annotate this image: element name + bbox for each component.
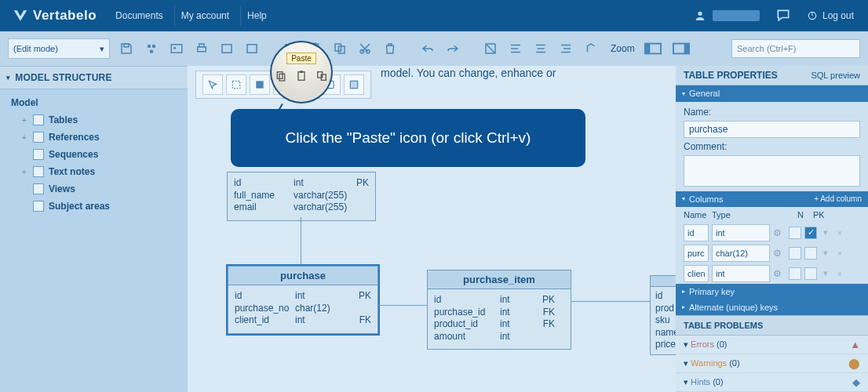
nullable-checkbox[interactable] bbox=[789, 227, 801, 239]
tree-subjectareas[interactable]: Subject areas bbox=[0, 198, 188, 215]
gear-icon[interactable]: ⚙ bbox=[773, 268, 786, 279]
marquee-tool-icon[interactable] bbox=[226, 74, 246, 95]
col-name: prod bbox=[655, 303, 674, 315]
autolayout-icon[interactable] bbox=[582, 40, 600, 57]
brand[interactable]: Vertabelo bbox=[0, 8, 109, 24]
table-purchase[interactable]: purchase idintPK purchase_nochar(12) cli… bbox=[228, 266, 378, 334]
primary-key-label: Primary key bbox=[689, 287, 735, 296]
tree-references[interactable]: +References bbox=[0, 129, 188, 146]
print-icon[interactable] bbox=[193, 40, 210, 57]
search-input[interactable]: Search (Ctrl+F) bbox=[731, 39, 860, 58]
share-icon[interactable] bbox=[143, 40, 160, 57]
xml-icon[interactable] bbox=[243, 40, 261, 57]
col-name: purchase_id bbox=[434, 307, 497, 319]
tree-tables-label: Tables bbox=[49, 114, 78, 125]
column-name-input[interactable]: purc bbox=[684, 245, 709, 262]
redo-icon[interactable] bbox=[444, 40, 461, 57]
textnotes-icon bbox=[33, 166, 44, 177]
column-name: purc bbox=[687, 249, 704, 258]
caret-icon: ▾ bbox=[684, 358, 691, 368]
name-value: purchase bbox=[689, 124, 728, 135]
collapse-icon: ▾ bbox=[6, 74, 10, 82]
expand-icon: ▸ bbox=[682, 288, 685, 295]
column-name-input[interactable]: id bbox=[684, 224, 709, 241]
model-structure-header[interactable]: ▾ MODEL STRUCTURE bbox=[0, 66, 188, 89]
align-left-icon[interactable] bbox=[507, 40, 524, 57]
align-right-icon[interactable] bbox=[557, 40, 574, 57]
section-columns[interactable]: ▾Columns+ Add column bbox=[676, 191, 868, 207]
column-type-input[interactable]: int bbox=[712, 224, 770, 241]
undo-icon[interactable] bbox=[419, 40, 436, 57]
sql-preview-link[interactable]: SQL preview bbox=[811, 71, 860, 80]
views-icon bbox=[33, 183, 44, 194]
section-general[interactable]: ▾General bbox=[676, 85, 868, 101]
chevron-down-icon: ▾ bbox=[100, 44, 104, 54]
save-icon[interactable] bbox=[118, 40, 135, 57]
col-type: int bbox=[500, 307, 531, 319]
close-icon[interactable]: × bbox=[834, 249, 845, 258]
nav-documents[interactable]: Documents bbox=[109, 5, 170, 26]
close-icon[interactable]: × bbox=[834, 228, 845, 238]
pk-checkbox[interactable] bbox=[804, 267, 817, 280]
duplicate-icon[interactable] bbox=[331, 40, 348, 57]
align-1-icon[interactable] bbox=[482, 40, 499, 57]
problems-hints[interactable]: ▾ Hints (0) ◆ bbox=[676, 373, 868, 392]
table-tool-icon[interactable] bbox=[250, 74, 270, 95]
column-type-input[interactable]: int bbox=[712, 265, 770, 282]
canvas[interactable]: model. You can change, enhance or Paste … bbox=[188, 66, 676, 392]
table-purchase-item[interactable]: purchase_item idintPK purchase_idintFK p… bbox=[427, 270, 571, 350]
chevron-down-icon[interactable]: ▾ bbox=[820, 227, 831, 238]
warnings-label: Warnings bbox=[691, 358, 727, 368]
user-menu[interactable] bbox=[694, 9, 760, 22]
nullable-checkbox[interactable] bbox=[789, 267, 801, 280]
pk-checkbox[interactable] bbox=[804, 247, 817, 260]
instruction-callout: Click the "Paste" icon (or click Ctrl+v) bbox=[231, 109, 585, 167]
panel-left-icon[interactable] bbox=[643, 40, 663, 57]
problems-errors[interactable]: ▾ Errors (0) ▲ bbox=[676, 336, 868, 354]
section-alternate-keys[interactable]: ▸Alternate (unique) keys bbox=[676, 299, 868, 315]
align-center-icon[interactable] bbox=[532, 40, 549, 57]
mode-dropdown[interactable]: (Edit mode) ▾ bbox=[8, 38, 110, 59]
nav-myaccount[interactable]: My account bbox=[174, 5, 235, 26]
problems-warnings[interactable]: ▾ Warnings (0) ⬤ bbox=[676, 354, 868, 373]
nullable-checkbox[interactable] bbox=[789, 247, 801, 260]
tree-views[interactable]: Views bbox=[0, 180, 188, 198]
gear-icon[interactable]: ⚙ bbox=[773, 227, 786, 238]
delete-icon[interactable] bbox=[381, 40, 399, 57]
column-name-input[interactable]: clien bbox=[684, 265, 709, 282]
gear-icon[interactable]: ⚙ bbox=[773, 248, 786, 259]
name-input[interactable]: purchase bbox=[684, 121, 860, 138]
tree-tables[interactable]: +Tables bbox=[0, 111, 188, 129]
logout[interactable]: Log out bbox=[807, 10, 854, 21]
pk-checkbox[interactable]: ✓ bbox=[804, 227, 817, 239]
chevron-down-icon[interactable]: ▾ bbox=[820, 268, 831, 278]
tree-subjectareas-label: Subject areas bbox=[49, 201, 110, 212]
colhead-type: Type bbox=[712, 210, 770, 220]
tree-textnotes[interactable]: +Text notes bbox=[0, 163, 188, 180]
select-tool-icon[interactable] bbox=[202, 74, 223, 95]
area-tool-icon[interactable] bbox=[344, 74, 364, 95]
expand-icon: ▸ bbox=[682, 303, 685, 310]
tree-sequences[interactable]: Sequences bbox=[0, 146, 188, 163]
chat-icon[interactable] bbox=[775, 8, 791, 24]
nav-help[interactable]: Help bbox=[240, 5, 273, 26]
caret-icon: ▾ bbox=[684, 339, 691, 349]
col-name: email bbox=[234, 201, 290, 214]
col-name: purchase_no bbox=[235, 303, 292, 315]
comment-input[interactable] bbox=[684, 155, 860, 187]
svg-rect-27 bbox=[256, 81, 263, 88]
close-icon[interactable]: × bbox=[834, 269, 845, 278]
column-type-input[interactable]: char(12) bbox=[712, 245, 770, 262]
sql-icon[interactable] bbox=[218, 40, 235, 57]
table-client[interactable]: idintPK full_namevarchar(255) emailvarch… bbox=[227, 172, 376, 221]
image-icon[interactable] bbox=[168, 40, 185, 57]
svg-rect-36 bbox=[298, 71, 305, 80]
model-tree: Model +Tables +References Sequences +Tex… bbox=[0, 89, 188, 392]
cut-icon[interactable] bbox=[356, 40, 374, 57]
section-primary-key[interactable]: ▸Primary key bbox=[676, 284, 868, 299]
panel-right-icon[interactable] bbox=[671, 40, 691, 57]
table-problems-header[interactable]: TABLE PROBLEMS bbox=[676, 315, 868, 336]
tree-root[interactable]: Model bbox=[0, 94, 188, 111]
add-column-link[interactable]: + Add column bbox=[814, 194, 862, 203]
chevron-down-icon[interactable]: ▾ bbox=[820, 248, 831, 258]
